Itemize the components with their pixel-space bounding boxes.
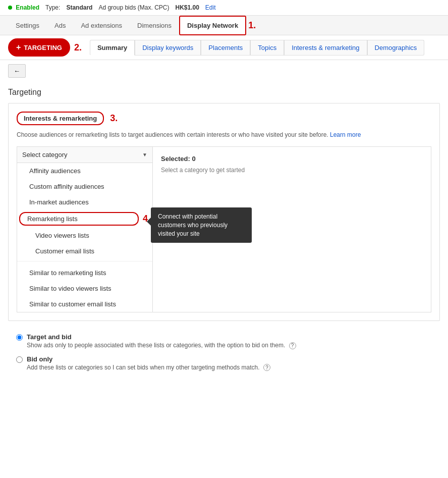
menu-item-custom-affinity[interactable]: Custom affinity audiences: [17, 179, 152, 194]
target-bid-label: Target and bid: [27, 333, 296, 341]
back-btn-row: ←: [0, 60, 448, 82]
target-bid-help-icon[interactable]: ?: [289, 342, 296, 349]
nav-tab-display-network[interactable]: Display Network: [179, 16, 246, 35]
menu-item-similar-remarketing[interactable]: Similar to remarketing lists: [17, 265, 152, 281]
bid-only-desc: Add these lists or categories so I can s…: [27, 364, 270, 371]
bid-only-option: Bid only Add these lists or categories s…: [16, 355, 432, 371]
sub-tab-demographics[interactable]: Demographics: [367, 40, 425, 56]
menu-item-customer-email[interactable]: Customer email lists: [17, 243, 152, 259]
category-select-label: Select category: [22, 151, 68, 158]
menu-item-similar-video[interactable]: Similar to video viewers lists: [17, 281, 152, 296]
targeting-button[interactable]: + TARGETING: [8, 38, 70, 57]
nav-tab-ads[interactable]: Ads: [47, 16, 73, 34]
two-col-layout: Select category ▼ Affinity audiences Cus…: [17, 146, 431, 312]
target-bid-desc: Show ads only to people associated with …: [27, 342, 296, 349]
target-bid-radio[interactable]: [16, 334, 23, 341]
edit-link[interactable]: Edit: [205, 4, 216, 11]
sub-tab-display-keywords[interactable]: Display keywords: [135, 40, 201, 56]
sub-tab-interests-remarketing[interactable]: Interests & remarketing: [284, 40, 367, 56]
status-enabled-label: Enabled: [16, 4, 39, 11]
status-bar: Enabled Type: Standard Ad group bids (Ma…: [0, 0, 448, 16]
nav-tab-ad-extensions[interactable]: Ad extensions: [73, 16, 130, 34]
step1-label: 1.: [248, 20, 256, 31]
type-value: Standard: [66, 4, 92, 11]
nav-tab-dimensions[interactable]: Dimensions: [130, 16, 179, 34]
page-title: Targeting: [8, 88, 440, 97]
bidding-section: Target and bid Show ads only to people a…: [8, 325, 440, 385]
targeting-card: Interests & remarketing 3. Choose audien…: [8, 103, 440, 321]
bid-value: HK$1.00: [175, 4, 199, 11]
step3-label: 3.: [110, 113, 118, 124]
bids-label: Ad group bids (Max. CPC): [98, 4, 169, 11]
menu-item-affinity[interactable]: Affinity audiences: [17, 163, 152, 179]
dropdown-menu: Affinity audiences Custom affinity audie…: [17, 163, 152, 312]
chevron-down-icon: ▼: [142, 152, 147, 157]
nav-tab-settings[interactable]: Settings: [8, 16, 47, 34]
interests-remarketing-badge: Interests & remarketing: [17, 112, 104, 125]
menu-item-in-market[interactable]: In-market audiences: [17, 194, 152, 210]
card-description: Choose audiences or remarketing lists to…: [17, 130, 431, 139]
menu-item-similar-customer[interactable]: Similar to customer email lists: [17, 296, 152, 312]
main-nav: Settings Ads Ad extensions Dimensions Di…: [0, 16, 448, 35]
sub-tab-summary[interactable]: Summary: [90, 40, 135, 56]
selected-count: Selected: 0: [161, 155, 423, 163]
type-label: Type:: [45, 4, 60, 11]
bid-only-radio[interactable]: [16, 356, 23, 363]
content-area: Targeting Interests & remarketing 3. Cho…: [0, 82, 448, 391]
menu-item-video-viewers[interactable]: Video viewers lists: [17, 228, 152, 243]
category-select[interactable]: Select category ▼: [17, 147, 152, 163]
bid-only-label: Bid only: [27, 355, 270, 363]
right-col-hint: Select a category to get started: [161, 167, 423, 174]
plus-icon: +: [16, 43, 21, 52]
card-header: Interests & remarketing 3.: [17, 112, 431, 125]
sub-tab-placements[interactable]: Placements: [201, 40, 250, 56]
sub-nav-wrapper: + TARGETING 2. Summary Display keywords …: [0, 35, 448, 60]
remarketing-tooltip: Connect with potential customers who pre…: [151, 207, 252, 243]
sub-tab-topics[interactable]: Topics: [250, 40, 284, 56]
left-col: Select category ▼ Affinity audiences Cus…: [17, 146, 153, 312]
back-button[interactable]: ←: [8, 64, 26, 78]
bid-only-help-icon[interactable]: ?: [263, 364, 270, 371]
sub-tabs: Summary Display keywords Placements Topi…: [90, 40, 424, 56]
targeting-btn-label: TARGETING: [24, 44, 62, 51]
learn-more-link[interactable]: Learn more: [330, 131, 361, 138]
step2-label: 2.: [74, 42, 82, 53]
target-bid-option: Target and bid Show ads only to people a…: [16, 333, 432, 349]
menu-item-remarketing[interactable]: Remarketing lists: [19, 212, 139, 226]
status-dot: Enabled: [8, 4, 39, 11]
